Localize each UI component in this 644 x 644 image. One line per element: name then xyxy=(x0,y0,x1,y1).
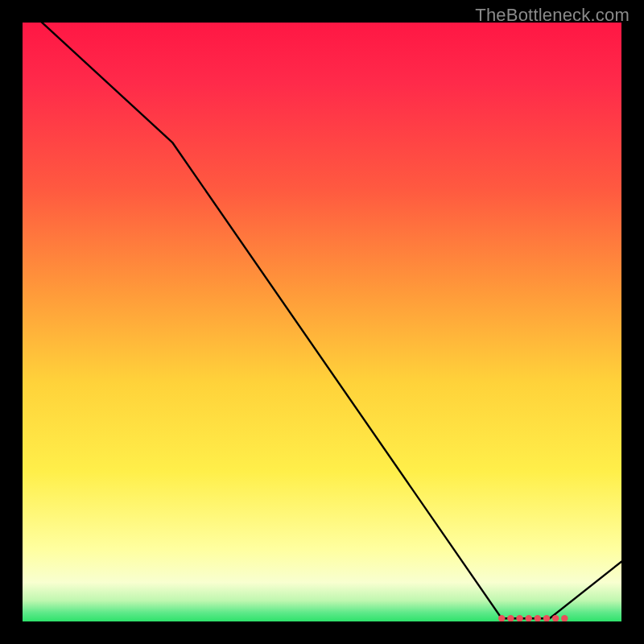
chart-frame: TheBottleneck.com xyxy=(0,0,644,644)
marker-point xyxy=(525,615,531,621)
marker-point xyxy=(543,615,550,621)
marker-point xyxy=(507,615,514,621)
marker-point xyxy=(535,615,541,621)
marker-point xyxy=(516,615,522,621)
watermark-text: TheBottleneck.com xyxy=(475,5,630,26)
line-overlay xyxy=(23,23,621,621)
marker-point xyxy=(561,615,568,621)
data-curve xyxy=(23,23,621,618)
